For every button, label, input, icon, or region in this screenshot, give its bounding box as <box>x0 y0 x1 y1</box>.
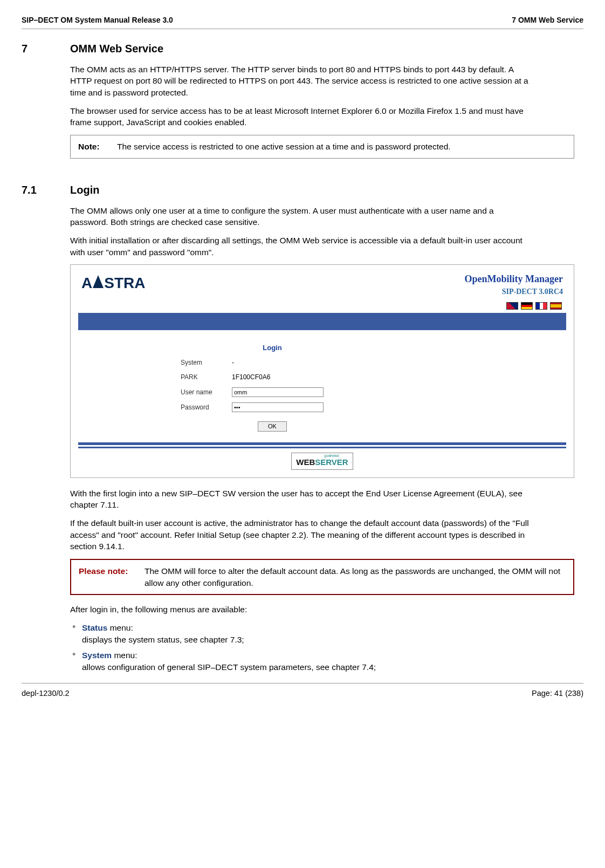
menu-rest: menu: <box>107 623 133 632</box>
section7-p2: The browser used for service access has … <box>70 105 534 128</box>
section-title: Login <box>70 182 99 197</box>
after-login-intro: After login in, the following menus are … <box>70 604 534 616</box>
park-label: PARK <box>181 373 232 382</box>
flag-fr-icon[interactable] <box>535 302 547 310</box>
please-note-text: The OMM will force to alter the default … <box>145 565 566 589</box>
product-subtitle: SIP-DECT 3.0RC4 <box>465 286 563 297</box>
menu-name: System <box>82 651 112 660</box>
section-number: 7.1 <box>22 182 70 197</box>
section7-p1: The OMM acts as an HTTP/HTTPS server. Th… <box>70 64 534 99</box>
section71-p2: With initial installation or after disca… <box>70 235 534 258</box>
password-input[interactable] <box>232 402 324 412</box>
system-label: System <box>181 358 232 367</box>
please-note-label: Please note: <box>79 565 145 589</box>
blue-header-bar <box>78 313 566 330</box>
section71-p4: If the default built-in user account is … <box>70 517 534 552</box>
section-7-heading: 7 OMM Web Service <box>70 41 583 56</box>
list-item: System menu: allows configuration of gen… <box>70 650 534 673</box>
section-title: OMM Web Service <box>70 41 163 56</box>
system-row: System - <box>181 358 364 367</box>
webserver-logo: WEB goahead SERVER <box>291 453 353 469</box>
username-row: User name <box>181 387 364 397</box>
aastra-logo: A STRA <box>81 272 145 293</box>
header-left: SIP–DECT OM System Manual Release 3.0 <box>22 15 173 26</box>
menu-desc: displays the system status, see chapter … <box>82 635 244 644</box>
product-title: OpenMobility Manager <box>465 272 563 286</box>
menu-rest: menu: <box>112 651 137 660</box>
page-footer: depl-1230/0.2 Page: 41 (238) <box>22 683 583 699</box>
password-label: Password <box>181 403 232 412</box>
note-label: Note: <box>78 141 117 153</box>
ws-web-text: WEB <box>296 457 315 467</box>
username-label: User name <box>181 388 232 397</box>
page-header: SIP–DECT OM System Manual Release 3.0 7 … <box>22 15 583 29</box>
section-71-heading: 7.1 Login <box>70 182 583 197</box>
header-right: 7 OMM Web Service <box>512 15 583 26</box>
ok-button[interactable]: OK <box>258 421 287 432</box>
language-flags <box>78 300 566 313</box>
list-item: Status menu: displays the system status,… <box>70 622 534 645</box>
ws-goahead-text: goahead <box>315 455 348 457</box>
note-box: Note: The service access is restricted t… <box>70 135 574 159</box>
menu-list: Status menu: displays the system status,… <box>70 622 534 673</box>
svg-marker-0 <box>93 275 104 288</box>
menu-name: Status <box>82 623 107 632</box>
menu-desc: allows configuration of general SIP–DECT… <box>82 662 376 672</box>
login-heading: Login <box>181 343 364 353</box>
logo-text-a: A <box>81 272 92 293</box>
park-row: PARK 1F100CF0A6 <box>181 373 364 382</box>
park-value: 1F100CF0A6 <box>232 373 364 382</box>
login-screenshot: A STRA OpenMobility Manager SIP-DECT 3.0… <box>70 264 574 477</box>
logo-text-stra: STRA <box>104 272 145 293</box>
note-text: The service access is restricted to one … <box>117 141 566 153</box>
please-note-box: Please note: The OMM will force to alter… <box>70 559 574 595</box>
section71-p1: The OMM allows only one user at a time t… <box>70 205 534 228</box>
flag-uk-icon[interactable] <box>506 302 518 310</box>
flag-es-icon[interactable] <box>550 302 562 310</box>
section-number: 7 <box>22 41 70 56</box>
flag-de-icon[interactable] <box>521 302 533 310</box>
password-row: Password <box>181 402 364 412</box>
username-input[interactable] <box>232 387 324 397</box>
system-value: - <box>232 358 364 367</box>
product-title-block: OpenMobility Manager SIP-DECT 3.0RC4 <box>465 272 563 297</box>
section71-p3: With the first login into a new SIP–DECT… <box>70 488 534 511</box>
ws-server-text: SERVER <box>315 457 348 467</box>
footer-left: depl-1230/0.2 <box>22 688 70 699</box>
footer-right: Page: 41 (238) <box>532 688 583 699</box>
logo-triangle-icon <box>93 275 104 291</box>
